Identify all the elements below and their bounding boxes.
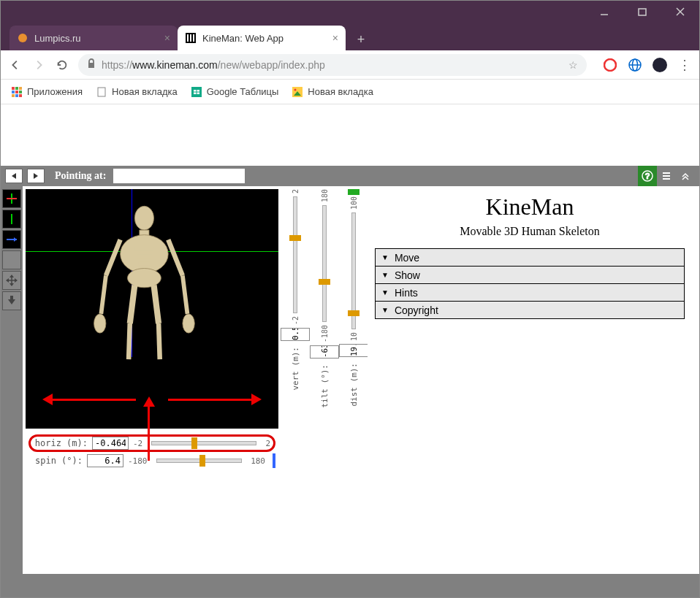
svg-marker-32: [12, 173, 16, 179]
vert-value-input[interactable]: [281, 328, 310, 341]
move-tool[interactable]: [2, 271, 21, 290]
svg-marker-47: [9, 283, 14, 286]
svg-rect-9: [88, 63, 94, 68]
accordion-move[interactable]: ▼Move: [376, 249, 684, 267]
collapse-button[interactable]: [676, 166, 695, 186]
accordion-label: Copyright: [395, 304, 438, 316]
accordion-show[interactable]: ▼Show: [376, 267, 684, 284]
history-back-button[interactable]: [5, 169, 23, 183]
pointing-at-label: Pointing at:: [55, 170, 106, 182]
svg-rect-7: [190, 34, 191, 42]
svg-text:?: ?: [645, 172, 650, 180]
extension-globe-icon[interactable]: [628, 58, 642, 72]
spin-min: -180: [128, 456, 148, 466]
vert-min: -2: [292, 316, 300, 325]
svg-line-60: [106, 239, 121, 275]
svg-point-65: [183, 314, 194, 333]
vert-slider-knob[interactable]: [289, 235, 301, 241]
apps-button[interactable]: Приложения: [11, 86, 83, 98]
horiz-value-input[interactable]: [92, 437, 129, 450]
app-subtitle: Movable 3D Human Skeleton: [375, 225, 685, 238]
star-icon[interactable]: ☆: [568, 59, 578, 71]
blank-tool[interactable]: [2, 250, 21, 269]
svg-rect-23: [19, 94, 22, 97]
svg-rect-20: [19, 91, 22, 93]
dist-value-input[interactable]: [339, 344, 368, 357]
horiz-slider-track[interactable]: [151, 441, 256, 445]
browser-tab-lumpics[interactable]: Lumpics.ru ×: [9, 26, 178, 50]
skeleton-model[interactable]: [76, 204, 213, 372]
svg-rect-22: [15, 94, 18, 97]
svg-rect-6: [187, 34, 189, 42]
accordion-label: Show: [395, 269, 420, 281]
bookmark-newtab-1[interactable]: Новая вкладка: [96, 86, 178, 98]
svg-rect-24: [98, 88, 105, 96]
vert-label: vert (m):: [291, 347, 300, 391]
svg-line-69: [159, 323, 160, 359]
3d-viewport[interactable]: [26, 189, 278, 429]
horiz-slider-knob[interactable]: [191, 437, 197, 449]
dist-top-marker: [348, 189, 359, 195]
bookmark-newtab-2[interactable]: Новая вкладка: [292, 86, 373, 98]
pointing-at-input[interactable]: [113, 169, 245, 183]
svg-rect-17: [19, 87, 22, 90]
history-forward-button[interactable]: [27, 169, 45, 183]
tab-close-icon[interactable]: ×: [164, 32, 170, 44]
axis-xy-tool[interactable]: [2, 189, 21, 208]
browser-menu-icon[interactable]: ⋮: [677, 58, 692, 72]
minimize-button[interactable]: [596, 3, 613, 20]
svg-point-4: [18, 34, 27, 42]
tilt-slider-track[interactable]: [322, 205, 327, 322]
spin-slider-row: spin (°): -180 180: [28, 452, 275, 469]
image-icon: [292, 86, 303, 98]
accordion-copyright[interactable]: ▼Copyright: [376, 302, 684, 319]
help-button[interactable]: ?: [638, 166, 657, 186]
tilt-value-input[interactable]: [310, 345, 339, 359]
svg-rect-21: [12, 94, 15, 97]
axis-x-tool[interactable]: [2, 230, 21, 249]
dist-slider-track[interactable]: [351, 212, 356, 329]
spin-slider-track[interactable]: [156, 459, 243, 463]
menu-button[interactable]: [657, 166, 676, 186]
horiz-min: -2: [133, 439, 142, 448]
page-icon: [96, 86, 107, 98]
down-tool[interactable]: [2, 291, 21, 310]
page-header-space: [1, 104, 699, 166]
dist-label: dist (m):: [349, 363, 359, 407]
svg-rect-19: [15, 91, 18, 93]
tilt-slider-knob[interactable]: [319, 279, 330, 285]
svg-line-61: [102, 275, 107, 313]
chevron-down-icon: ▼: [381, 253, 389, 261]
tilt-label: tilt (°):: [320, 364, 330, 408]
profile-avatar[interactable]: [653, 58, 667, 72]
svg-line-64: [183, 275, 188, 313]
address-bar: https://www.kineman.com/new/webapp/index…: [1, 50, 699, 80]
chevron-down-icon: ▼: [381, 306, 389, 314]
url-field[interactable]: https://www.kineman.com/new/webapp/index…: [78, 54, 587, 76]
browser-tab-kineman[interactable]: KineMan: Web App ×: [178, 26, 346, 50]
chevron-down-icon: ▼: [381, 271, 389, 279]
maximize-button[interactable]: [634, 3, 651, 20]
apps-icon: [11, 86, 23, 98]
new-tab-button[interactable]: +: [350, 28, 372, 50]
tilt-min: -180: [321, 325, 329, 342]
svg-rect-1: [639, 9, 646, 15]
extension-opera-icon[interactable]: [603, 58, 617, 72]
tab-close-icon[interactable]: ×: [332, 32, 338, 44]
forward-button[interactable]: [31, 58, 46, 72]
spin-value-input[interactable]: [87, 454, 123, 467]
lock-icon: [87, 58, 96, 71]
dist-min: 10: [350, 332, 358, 341]
svg-point-62: [94, 314, 106, 333]
spin-slider-knob[interactable]: [199, 455, 205, 467]
accordion-hints[interactable]: ▼Hints: [376, 284, 684, 302]
axis-y-tool[interactable]: [2, 210, 21, 229]
back-button[interactable]: [8, 58, 23, 72]
reload-button[interactable]: [55, 58, 69, 72]
bookmark-sheets[interactable]: Google Таблицы: [191, 86, 279, 98]
tool-sidebar: [1, 186, 23, 574]
vert-slider-track[interactable]: [293, 196, 297, 313]
close-button[interactable]: [672, 3, 689, 20]
app-toolbar: Pointing at: ?: [1, 166, 699, 186]
dist-slider-knob[interactable]: [348, 310, 359, 316]
